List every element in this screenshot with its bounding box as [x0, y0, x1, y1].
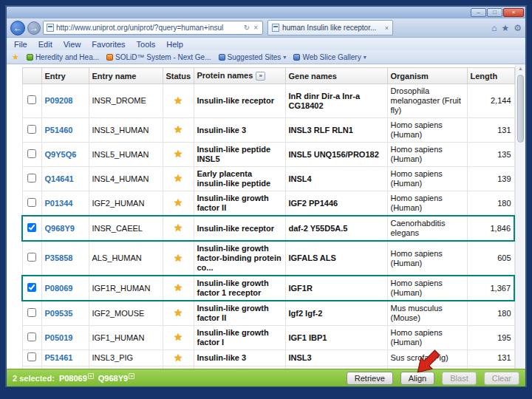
protein-names: Insulin-like growth factor II: [194, 191, 285, 216]
reviewed-star-icon: ★: [174, 282, 183, 293]
menu-edit[interactable]: Edit: [38, 40, 52, 49]
favorite-item-suggested-sites[interactable]: Suggested Sites ▾: [219, 53, 287, 61]
menu-favorites[interactable]: Favorites: [92, 40, 125, 49]
row-select-checkbox[interactable]: [27, 223, 36, 232]
row-select-checkbox[interactable]: [27, 253, 36, 262]
settings-gear-icon[interactable]: ⚙: [514, 23, 522, 33]
refresh-icon[interactable]: ↻: [244, 24, 251, 32]
row-select-checkbox[interactable]: [27, 308, 36, 317]
table-row[interactable]: P08069 IGF1R_HUMAN ★ Insulin-like growth…: [22, 276, 514, 301]
header-gene-names[interactable]: Gene names: [285, 68, 387, 84]
tab-favicon-icon: [272, 24, 279, 32]
reviewed-star-icon: ★: [174, 222, 183, 233]
back-button[interactable]: ←: [10, 21, 25, 35]
table-row[interactable]: Q9Y5Q6 INSL5_HUMAN ★ Insulin-like peptid…: [22, 143, 514, 167]
row-select-checkbox[interactable]: [27, 95, 36, 104]
customize-columns-icon[interactable]: »: [256, 72, 265, 81]
favorite-item-2[interactable]: SOLiD™ System - Next Ge...: [106, 53, 211, 61]
close-button[interactable]: ×: [503, 8, 524, 17]
forward-button[interactable]: →: [27, 21, 41, 35]
row-select-checkbox[interactable]: [27, 352, 36, 361]
scroll-up-icon[interactable]: ▲: [516, 64, 525, 73]
entry-link[interactable]: P09208: [45, 96, 73, 105]
maximize-button[interactable]: □: [487, 8, 502, 17]
entry-link[interactable]: Q968Y9: [45, 224, 75, 233]
row-select-checkbox[interactable]: [27, 125, 36, 134]
table-row[interactable]: P09208 INSR_DROME ★ Insulin-like recepto…: [22, 84, 514, 118]
entry-link[interactable]: Q9Y5Q6: [45, 150, 77, 159]
row-select-checkbox[interactable]: [27, 174, 36, 183]
reviewed-star-icon: ★: [174, 172, 183, 184]
browser-tab[interactable]: human Insulin like receptor... ×: [267, 20, 393, 35]
header-length[interactable]: Length: [467, 68, 514, 84]
url-text[interactable]: http://www.uniprot.org/uniprot/?query=hu…: [56, 24, 242, 32]
table-row[interactable]: Q968Y9 INSR_CAEEL ★ Insulin-like recepto…: [22, 216, 514, 241]
entry-link[interactable]: P01344: [45, 199, 73, 208]
favorite-label: Heredity and Hea...: [35, 53, 99, 61]
clear-button[interactable]: Clear: [484, 372, 519, 385]
retrieve-button[interactable]: Retrieve: [347, 372, 393, 385]
chevron-down-icon: ▾: [364, 54, 366, 61]
row-select-checkbox[interactable]: [27, 332, 36, 341]
table-row[interactable]: P51460 INSL3_HUMAN ★ Insulin-like 3 INSL…: [22, 118, 514, 143]
row-select-checkbox[interactable]: [27, 198, 36, 207]
header-entry-name[interactable]: Entry name: [89, 68, 163, 84]
entry-link[interactable]: P51460: [45, 126, 73, 134]
row-select-checkbox[interactable]: [27, 149, 36, 158]
entry-name: INSL4_HUMAN: [89, 167, 163, 191]
favorite-label: SOLiD™ System - Next Ge...: [115, 53, 211, 61]
entry-link[interactable]: P51461: [45, 353, 73, 362]
row-select-checkbox[interactable]: [27, 283, 36, 292]
favorites-bar: ★ Heredity and Hea... SOLiD™ System - Ne…: [7, 50, 525, 64]
table-row[interactable]: P01344 IGF2_HUMAN ★ Insulin-like growth …: [22, 191, 514, 216]
gene-names: daf-2 Y55D5A.5: [285, 216, 387, 241]
table-row[interactable]: P09535 IGF2_MOUSE ★ Insulin-like growth …: [22, 301, 514, 326]
slide-bottom-strip: [0, 387, 532, 399]
tab-close-icon[interactable]: ×: [385, 24, 389, 32]
header-protein-names[interactable]: Protein names»: [194, 68, 285, 84]
menu-tools[interactable]: Tools: [137, 40, 156, 49]
menu-view[interactable]: View: [64, 40, 81, 49]
suggested-sites-icon: [219, 54, 225, 61]
selected-entry-chip: Q968Y9 ×: [98, 374, 134, 383]
menu-help[interactable]: Help: [166, 40, 183, 49]
header-entry[interactable]: Entry: [41, 68, 89, 84]
table-row[interactable]: Q14641 INSL4_HUMAN ★ Early placenta insu…: [22, 167, 514, 191]
protein-names: Insulin-like growth factor I: [194, 326, 285, 350]
tab-title: human Insulin like receptor...: [282, 24, 382, 32]
minimize-button[interactable]: –: [471, 8, 486, 17]
protein-names: Insulin-like growth factor II: [194, 301, 285, 326]
entry-name: INSL5_HUMAN: [89, 143, 163, 167]
favorites-icon[interactable]: ★: [501, 23, 509, 33]
organism: Mus musculus (Mouse): [387, 301, 467, 326]
remove-selection-icon[interactable]: ×: [88, 373, 94, 379]
page-favicon-icon: [47, 24, 54, 32]
address-bar[interactable]: http://www.uniprot.org/uniprot/?query=hu…: [43, 21, 263, 35]
reviewed-star-icon: ★: [174, 307, 183, 318]
header-status[interactable]: Status: [163, 68, 194, 84]
favorite-item-web-slice-gallery[interactable]: Web Slice Gallery ▾: [293, 53, 366, 61]
entry-link[interactable]: P35858: [45, 253, 73, 262]
remove-selection-icon[interactable]: ×: [129, 373, 134, 379]
entry-name: IGF2_MOUSE: [89, 301, 163, 326]
entry-link[interactable]: Q14641: [45, 174, 74, 183]
favorite-item-1[interactable]: Heredity and Hea...: [27, 53, 99, 61]
favorites-star-icon[interactable]: ★: [12, 52, 19, 62]
vertical-scrollbar[interactable]: ▲ ▼: [515, 64, 525, 386]
menu-file[interactable]: File: [14, 40, 27, 49]
favorite-label: Web Slice Gallery: [302, 53, 361, 61]
entry-link[interactable]: P05019: [45, 333, 73, 342]
entry-link[interactable]: P09535: [45, 309, 73, 318]
gene-names: INSL3: [285, 350, 387, 366]
home-icon[interactable]: ⌂: [491, 23, 497, 33]
reviewed-star-icon: ★: [174, 148, 183, 160]
site-icon: [106, 54, 113, 61]
protein-names: Insulin-like 3: [194, 118, 285, 143]
entry-link[interactable]: P08069: [45, 284, 73, 293]
stop-icon[interactable]: ×: [253, 24, 259, 32]
header-organism[interactable]: Organism: [387, 68, 467, 84]
length: 1,367: [467, 276, 514, 301]
length: 180: [467, 301, 514, 326]
scrollbar-thumb[interactable]: [517, 75, 524, 143]
table-row[interactable]: P35858 ALS_HUMAN ★ Insulin-like growth f…: [22, 241, 514, 276]
